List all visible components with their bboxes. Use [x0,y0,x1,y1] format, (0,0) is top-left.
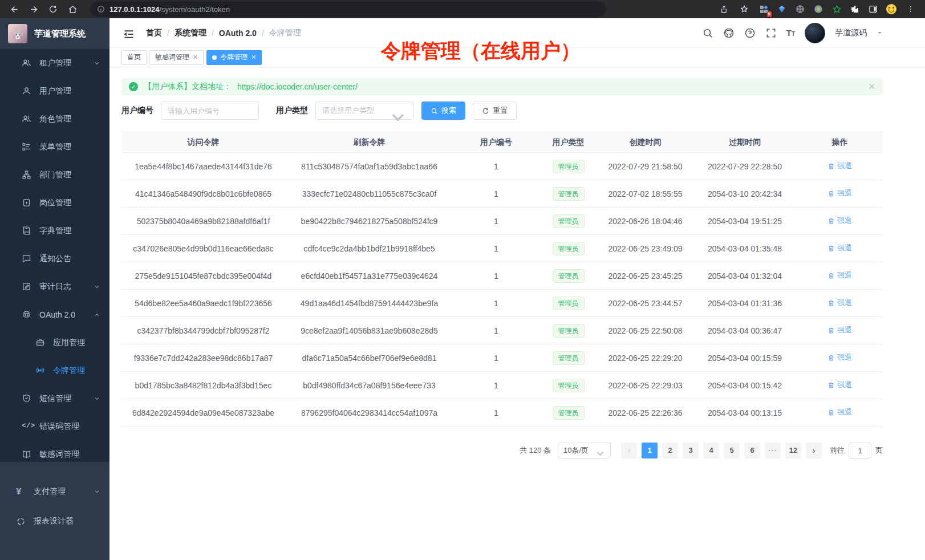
prev-page-button[interactable]: ‹ [621,443,637,458]
page-button-4[interactable]: 4 [703,443,719,458]
expires-cell: 2054-03-04 00:15:59 [693,354,797,363]
page-size-select[interactable]: 10条/页 [558,443,611,458]
token-broadcast-icon [35,366,45,375]
page-button-6[interactable]: 6 [744,443,760,458]
sidebar-toggle-icon[interactable] [866,2,881,17]
force-logout-button[interactable]: 强退 [827,188,852,198]
table-row: 6d842e2924594de9a09e45e087323abe 8796295… [121,399,883,427]
sidebar-item-oauth-app[interactable]: 应用管理 [0,328,109,356]
home-icon[interactable] [64,2,81,17]
menu-fold-icon[interactable] [123,29,135,38]
dept-icon [22,170,31,180]
fullscreen-icon[interactable] [765,27,777,39]
reset-button-label: 重置 [493,105,508,116]
app-logo[interactable]: 🐰 芋道管理系统 [0,18,109,49]
address-bar[interactable]: 127.0.0.1:1024/system/oauth2/token [90,2,606,17]
user-id-input[interactable] [161,102,259,120]
alert-close-icon[interactable]: ✕ [868,82,875,92]
expires-cell: 2054-03-04 00:36:47 [693,326,797,335]
font-size-icon[interactable]: TT [786,28,795,38]
forward-icon[interactable] [25,2,42,17]
caret-down-icon[interactable] [877,30,883,36]
sidebar-item-user[interactable]: 用户管理 [0,77,109,105]
user-type-badge: 管理员 [553,297,585,310]
user-type-badge: 管理员 [553,406,585,420]
sidebar-item-notice[interactable]: 通知公告 [0,245,109,273]
goto-label: 前往 [830,445,845,456]
page-button-2[interactable]: 2 [662,443,678,458]
sidebar-item-sms[interactable]: 短信管理 [0,384,109,412]
green-star-extension-icon[interactable] [829,2,844,17]
sidebar-item-oauth[interactable]: OAuth 2.0 [0,301,109,328]
sidebar-item-pay[interactable]: ¥ 支付管理 [0,477,109,506]
reset-button[interactable]: 重置 [473,102,517,120]
access-token-cell: c342377bf8b344799dcbf7bf095287f2 [121,326,285,335]
page-button-1[interactable]: 1 [642,443,658,458]
goto-page-input[interactable] [849,443,871,458]
page-button-3[interactable]: 3 [683,443,699,458]
sidebar-item-oauth-token[interactable]: 令牌管理 [0,356,109,384]
search-icon[interactable] [702,27,713,39]
force-logout-button[interactable]: 强退 [827,243,852,253]
sidebar-item-role[interactable]: 角色管理 [0,105,109,133]
sidebar-item-tenant[interactable]: 租户管理 [0,49,109,77]
help-icon[interactable] [744,27,756,39]
emoji-extension-icon[interactable] [884,2,899,17]
back-icon[interactable] [6,2,23,17]
user-type-select[interactable]: 请选择用户类型 [315,102,413,120]
tag-home[interactable]: 首页 [121,50,147,65]
recorder-extension-icon[interactable] [811,2,826,17]
sidebar-item-dict[interactable]: 字典管理 [0,217,109,245]
search-button[interactable]: 搜索 [421,102,465,120]
avatar[interactable] [805,23,825,43]
page-button-5[interactable]: 5 [724,443,740,458]
sidebar-item-audit[interactable]: 审计日志 [0,273,109,301]
doc-link[interactable]: https://doc.iocoder.cn/user-center/ [237,82,358,91]
force-logout-button[interactable]: 强退 [827,407,852,417]
breadcrumb-system[interactable]: 系统管理 [175,28,206,38]
user-type-badge: 管理员 [553,214,585,228]
sidebar-item-errcode[interactable]: </> 错误码管理 [0,412,109,440]
breadcrumb-oauth[interactable]: OAuth 2.0 [219,29,257,38]
force-logout-button[interactable]: 强退 [827,216,852,226]
user-id-cell: 1 [453,271,539,281]
force-logout-button[interactable]: 强退 [827,161,852,171]
sidebar-item-dept[interactable]: 部门管理 [0,161,109,189]
next-page-button[interactable]: › [806,443,822,458]
username[interactable]: 芋道源码 [835,28,867,38]
force-logout-button[interactable]: 强退 [827,298,852,308]
refresh-token-cell: 333ecfc71e02480cb11055c875c3ca0f [285,189,453,198]
force-logout-button[interactable]: 强退 [827,325,852,335]
tag-token-active[interactable]: 令牌管理 ✕ [206,50,262,65]
bookmark-star-icon[interactable] [736,2,753,17]
close-icon[interactable]: ✕ [193,54,198,61]
force-logout-button[interactable]: 强退 [827,270,852,281]
extensions-grid-icon[interactable]: 9 [756,2,771,17]
refresh-token-cell: e6cfd40eb1f54571a31e775e039c4624 [285,271,453,281]
close-icon[interactable]: ✕ [251,54,256,61]
puzzle-extension-icon[interactable] [847,2,862,17]
site-info-icon[interactable] [97,5,105,13]
expires-cell: 2054-03-04 00:15:42 [693,381,797,390]
page-button-12[interactable]: 12 [785,443,801,458]
tag-sensitive[interactable]: 敏感词管理 ✕ [149,50,204,65]
chevron-down-icon [94,488,100,495]
force-logout-button[interactable]: 强退 [827,380,852,390]
force-logout-button[interactable]: 强退 [827,352,852,363]
command-extension-icon[interactable] [793,2,808,17]
sidebar-item-report[interactable]: 报表设计器 [0,506,109,536]
browser-menu-icon[interactable] [902,2,919,17]
reload-icon[interactable] [44,2,62,17]
sidebar-item-menu[interactable]: 菜单管理 [0,133,109,161]
gem-extension-icon[interactable] [774,2,789,17]
expires-cell: 2054-03-04 19:51:25 [693,217,797,226]
github-icon[interactable] [723,27,735,39]
access-token-cell: 41c41346a548490f9dc8b01c6bfe0865 [121,189,285,198]
sidebar-item-label: 用户管理 [39,86,100,96]
sidebar-item-post[interactable]: 岗位管理 [0,189,109,217]
sidebar-item-label: 敏感词管理 [39,449,100,460]
share-icon[interactable] [715,2,732,17]
breadcrumb-home[interactable]: 首页 [146,28,162,38]
doc-alert: ✓ 【用户体系】文档地址： https://doc.iocoder.cn/use… [121,78,883,95]
page-ellipsis[interactable]: ··· [765,443,781,458]
